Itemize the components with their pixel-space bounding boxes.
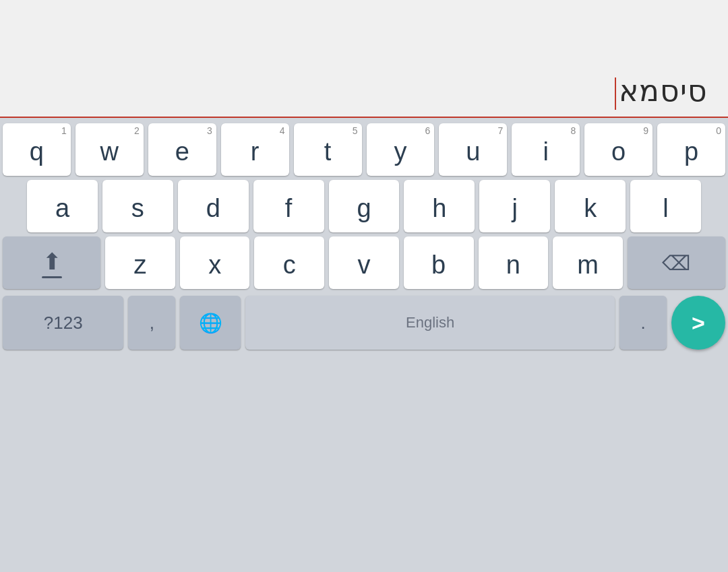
key-d[interactable]: d bbox=[178, 180, 249, 232]
text-input-field[interactable]: סיסמא bbox=[0, 73, 728, 117]
key-letter-c: c bbox=[283, 252, 296, 278]
key-number-1: 1 bbox=[61, 126, 67, 135]
key-letter-m: m bbox=[577, 252, 599, 278]
key-letter-v: v bbox=[357, 252, 370, 278]
key-z[interactable]: z bbox=[105, 236, 175, 289]
shift-underline bbox=[42, 276, 62, 278]
key-w[interactable]: 2 w bbox=[75, 123, 144, 176]
key-letter-j: j bbox=[512, 195, 518, 221]
key-a[interactable]: a bbox=[27, 180, 98, 232]
key-x[interactable]: x bbox=[180, 236, 250, 289]
key-number-2: 2 bbox=[134, 126, 140, 135]
cursor bbox=[615, 77, 616, 110]
key-h[interactable]: h bbox=[404, 180, 475, 232]
globe-icon: 🌐 bbox=[199, 312, 222, 334]
space-key[interactable]: English bbox=[245, 296, 615, 350]
space-label: English bbox=[406, 314, 454, 331]
shift-icon: ⬆ bbox=[42, 248, 61, 275]
key-letter-a: a bbox=[55, 195, 69, 221]
key-letter-z: z bbox=[133, 252, 146, 278]
backspace-key[interactable]: ⌫ bbox=[628, 236, 725, 289]
keyboard-row-3: ⬆ z x c v b n m ⌫ bbox=[3, 236, 725, 289]
keyboard-row-2: a s d f g h j k l bbox=[3, 180, 725, 232]
key-k[interactable]: k bbox=[555, 180, 626, 232]
key-c[interactable]: c bbox=[254, 236, 324, 289]
key-u[interactable]: 7 u bbox=[439, 123, 507, 176]
key-letter-f: f bbox=[285, 195, 293, 221]
key-number-9: 9 bbox=[643, 126, 648, 135]
key-letter-g: g bbox=[357, 195, 371, 221]
keyboard: 1 q 2 w 3 e 4 r 5 t 6 y 7 u 8 i bbox=[0, 118, 728, 572]
key-i[interactable]: 8 i bbox=[512, 123, 580, 176]
key-letter-k: k bbox=[584, 195, 597, 221]
key-s[interactable]: s bbox=[102, 180, 173, 232]
period-key[interactable]: . bbox=[619, 296, 667, 350]
input-text: סיסמא bbox=[619, 74, 708, 107]
enter-icon: > bbox=[692, 311, 705, 334]
key-p[interactable]: 0 p bbox=[657, 123, 725, 176]
key-o[interactable]: 9 o bbox=[584, 123, 653, 176]
numbers-key[interactable]: ?123 bbox=[3, 296, 123, 350]
key-g[interactable]: g bbox=[329, 180, 400, 232]
key-m[interactable]: m bbox=[553, 236, 623, 289]
key-n[interactable]: n bbox=[479, 236, 549, 289]
key-letter-r: r bbox=[251, 139, 260, 164]
key-number-8: 8 bbox=[570, 126, 576, 135]
key-y[interactable]: 6 y bbox=[367, 123, 435, 176]
key-letter-o: o bbox=[611, 139, 626, 164]
key-l[interactable]: l bbox=[630, 180, 701, 232]
key-letter-p: p bbox=[684, 139, 698, 164]
enter-key[interactable]: > bbox=[671, 296, 725, 350]
input-underline bbox=[0, 117, 728, 118]
key-letter-d: d bbox=[206, 195, 220, 221]
numbers-label: ?123 bbox=[44, 313, 83, 333]
key-letter-x: x bbox=[208, 252, 221, 278]
key-letter-h: h bbox=[432, 195, 446, 221]
key-letter-u: u bbox=[466, 139, 480, 164]
key-letter-i: i bbox=[543, 139, 549, 164]
input-area: סיסמא bbox=[0, 0, 728, 118]
key-letter-q: q bbox=[30, 139, 44, 164]
key-v[interactable]: v bbox=[329, 236, 399, 289]
comma-key[interactable]: , bbox=[128, 296, 175, 350]
key-letter-w: w bbox=[100, 139, 119, 164]
keyboard-row-4: ?123 , 🌐 English . > bbox=[3, 293, 725, 352]
key-letter-b: b bbox=[431, 252, 446, 278]
key-letter-t: t bbox=[324, 139, 332, 164]
key-number-0: 0 bbox=[716, 126, 721, 135]
shift-key[interactable]: ⬆ bbox=[3, 236, 100, 289]
key-number-7: 7 bbox=[498, 126, 504, 135]
period-label: . bbox=[640, 313, 645, 333]
key-e[interactable]: 3 e bbox=[148, 123, 216, 176]
globe-key[interactable]: 🌐 bbox=[180, 296, 241, 350]
key-f[interactable]: f bbox=[253, 180, 324, 232]
key-j[interactable]: j bbox=[479, 180, 550, 232]
key-number-4: 4 bbox=[280, 126, 285, 135]
key-b[interactable]: b bbox=[404, 236, 474, 289]
key-letter-y: y bbox=[394, 139, 406, 164]
key-letter-s: s bbox=[131, 195, 144, 221]
key-r[interactable]: 4 r bbox=[221, 123, 289, 176]
key-number-6: 6 bbox=[425, 126, 431, 135]
keyboard-row-1: 1 q 2 w 3 e 4 r 5 t 6 y 7 u 8 i bbox=[3, 123, 725, 176]
key-number-5: 5 bbox=[353, 126, 358, 135]
key-t[interactable]: 5 t bbox=[294, 123, 362, 176]
key-letter-l: l bbox=[663, 195, 668, 221]
backspace-icon: ⌫ bbox=[662, 251, 690, 275]
key-letter-n: n bbox=[506, 252, 520, 278]
key-q[interactable]: 1 q bbox=[3, 123, 71, 176]
key-number-3: 3 bbox=[207, 126, 212, 135]
comma-label: , bbox=[150, 313, 154, 333]
key-letter-e: e bbox=[175, 139, 189, 164]
